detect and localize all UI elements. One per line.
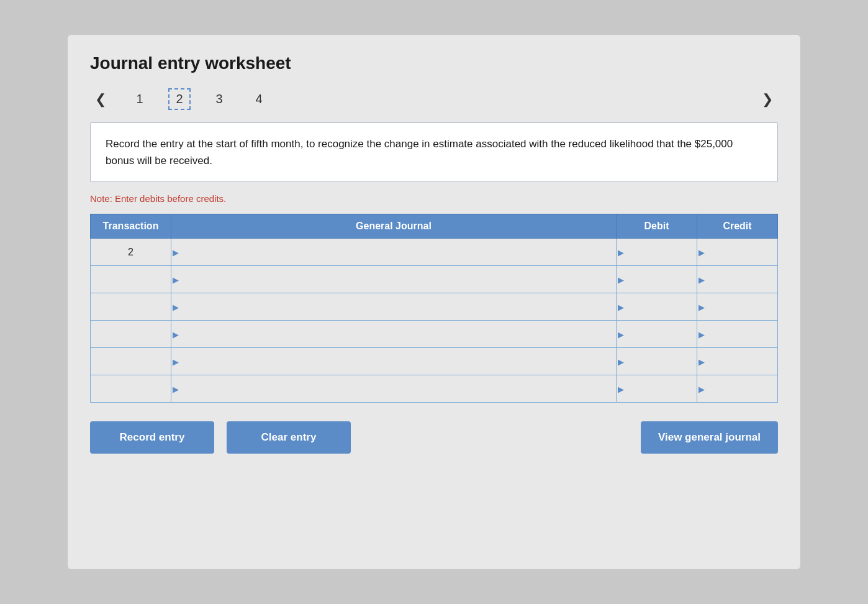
general-journal-input[interactable] bbox=[171, 266, 616, 293]
debit-cell[interactable]: ▶ bbox=[617, 293, 697, 321]
general-journal-cell[interactable]: ▶ bbox=[171, 375, 617, 403]
table-row: ▶ ▶ ▶ bbox=[91, 348, 778, 375]
page-1[interactable]: 1 bbox=[129, 89, 151, 109]
general-journal-cell[interactable]: ▶ bbox=[171, 239, 617, 266]
journal-table: Transaction General Journal Debit Credit… bbox=[90, 214, 778, 403]
credit-input[interactable] bbox=[697, 375, 777, 402]
record-entry-button[interactable]: Record entry bbox=[90, 421, 214, 454]
credit-input[interactable] bbox=[697, 266, 777, 293]
buttons-row: Record entry Clear entry View general jo… bbox=[90, 421, 778, 454]
general-journal-cell[interactable]: ▶ bbox=[171, 293, 617, 321]
credit-cell[interactable]: ▶ bbox=[697, 239, 778, 266]
table-row: ▶ ▶ ▶ bbox=[91, 293, 778, 321]
transaction-cell bbox=[91, 375, 171, 403]
header-general-journal: General Journal bbox=[171, 214, 617, 239]
credit-cell[interactable]: ▶ bbox=[697, 348, 778, 375]
credit-cell[interactable]: ▶ bbox=[697, 375, 778, 403]
general-journal-input[interactable] bbox=[171, 293, 616, 320]
general-journal-input[interactable] bbox=[171, 348, 616, 375]
general-journal-input[interactable] bbox=[171, 375, 616, 402]
credit-input[interactable] bbox=[697, 239, 777, 265]
worksheet-container: Journal entry worksheet ❮ 1 2 3 4 ❯ Reco… bbox=[68, 35, 800, 569]
debit-input[interactable] bbox=[617, 293, 697, 320]
note-text: Note: Enter debits before credits. bbox=[90, 193, 778, 204]
header-debit: Debit bbox=[617, 214, 697, 239]
debit-input[interactable] bbox=[617, 266, 697, 293]
transaction-cell bbox=[91, 266, 171, 293]
instruction-box: Record the entry at the start of fifth m… bbox=[90, 122, 778, 182]
table-row: ▶ ▶ ▶ bbox=[91, 266, 778, 293]
general-journal-cell[interactable]: ▶ bbox=[171, 348, 617, 375]
header-transaction: Transaction bbox=[91, 214, 171, 239]
page-3[interactable]: 3 bbox=[208, 89, 230, 109]
debit-input[interactable] bbox=[617, 321, 697, 347]
debit-cell[interactable]: ▶ bbox=[617, 348, 697, 375]
general-journal-input[interactable] bbox=[171, 239, 616, 265]
pagination-bar: ❮ 1 2 3 4 ❯ bbox=[90, 88, 778, 110]
page-title: Journal entry worksheet bbox=[90, 53, 778, 73]
debit-input[interactable] bbox=[617, 375, 697, 402]
debit-cell[interactable]: ▶ bbox=[617, 239, 697, 266]
table-row: ▶ ▶ ▶ bbox=[91, 375, 778, 403]
credit-input[interactable] bbox=[697, 348, 777, 375]
credit-input[interactable] bbox=[697, 293, 777, 320]
credit-input[interactable] bbox=[697, 321, 777, 347]
table-row: ▶ ▶ ▶ bbox=[91, 321, 778, 348]
debit-input[interactable] bbox=[617, 239, 697, 265]
transaction-cell bbox=[91, 321, 171, 348]
page-2[interactable]: 2 bbox=[168, 88, 191, 110]
debit-cell[interactable]: ▶ bbox=[617, 375, 697, 403]
credit-cell[interactable]: ▶ bbox=[697, 266, 778, 293]
header-credit: Credit bbox=[697, 214, 778, 239]
credit-cell[interactable]: ▶ bbox=[697, 293, 778, 321]
clear-entry-button[interactable]: Clear entry bbox=[227, 421, 351, 454]
general-journal-input[interactable] bbox=[171, 321, 616, 347]
table-row: 2 ▶ ▶ ▶ bbox=[91, 239, 778, 266]
transaction-cell bbox=[91, 293, 171, 321]
general-journal-cell[interactable]: ▶ bbox=[171, 266, 617, 293]
transaction-cell: 2 bbox=[91, 239, 171, 266]
instruction-text: Record the entry at the start of fifth m… bbox=[106, 135, 762, 169]
page-4[interactable]: 4 bbox=[248, 89, 270, 109]
next-arrow[interactable]: ❯ bbox=[757, 89, 778, 110]
credit-cell[interactable]: ▶ bbox=[697, 321, 778, 348]
general-journal-cell[interactable]: ▶ bbox=[171, 321, 617, 348]
prev-arrow[interactable]: ❮ bbox=[90, 89, 111, 110]
debit-cell[interactable]: ▶ bbox=[617, 266, 697, 293]
debit-input[interactable] bbox=[617, 348, 697, 375]
debit-cell[interactable]: ▶ bbox=[617, 321, 697, 348]
view-general-journal-button[interactable]: View general journal bbox=[641, 421, 778, 454]
transaction-cell bbox=[91, 348, 171, 375]
